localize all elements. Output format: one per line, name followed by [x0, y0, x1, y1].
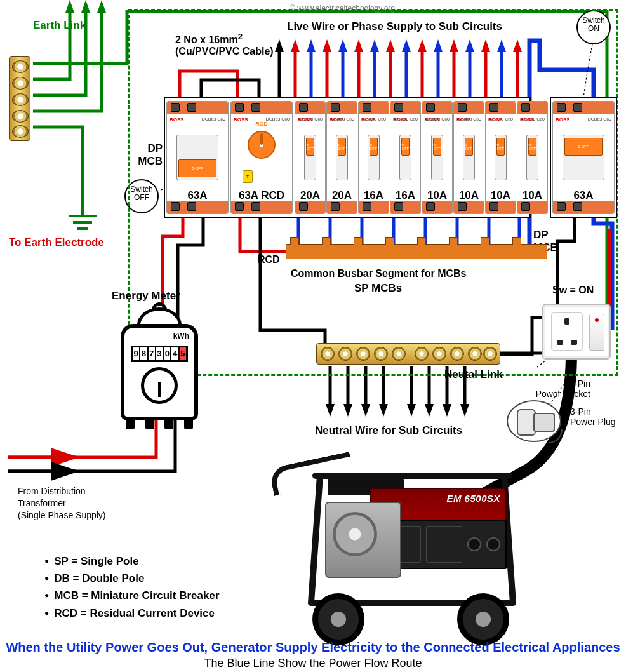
legend-item: RCD = Residual Current Device	[44, 605, 220, 622]
arrow-down-icon	[443, 404, 451, 417]
from-dist-3: (Single Phase Supply)	[18, 509, 106, 521]
earth-busbar	[9, 56, 30, 141]
label-energy-meter: Energy Meter	[112, 290, 180, 302]
arrow-down-icon	[343, 404, 352, 417]
meter-digit: 5	[180, 347, 186, 360]
generator-engine-icon	[325, 502, 401, 578]
sp-breaker: BOSSDCB63 C600-OFF20A	[295, 101, 326, 214]
label-neutral-link: Neutal Link	[444, 368, 503, 381]
sp-breaker: BOSSDCB63 C600-OFF16A	[390, 101, 421, 214]
sp-breaker: BOSSDCB63 C600-OFF10A	[485, 101, 516, 214]
label-sw-on: Sw = ON	[552, 285, 594, 296]
label-rcd: RCD	[258, 254, 280, 265]
caption-main: When the Utility Power Goes Out, Generat…	[0, 640, 626, 655]
meter-display: 9 8 7 3 0 4 5	[131, 346, 188, 362]
sp-breaker: BOSSDCB63 C600-OFF10A	[517, 101, 548, 214]
legend-item: MCB = Miniature Circuit Breaker	[44, 587, 220, 604]
label-dp-mcb-left: DP MCB	[133, 142, 163, 168]
energy-meter: kWh 9 8 7 3 0 4 5	[121, 324, 198, 420]
main-dp-mcb-breaker: BOSSDCB63 C600-OFF63A	[166, 101, 229, 214]
meter-digit: 8	[140, 347, 148, 360]
busbar-segment	[286, 244, 547, 259]
generator-model: EM 6500SX	[446, 493, 500, 504]
from-dist-2: Transformer	[18, 497, 106, 509]
wheel-icon	[312, 593, 364, 645]
generator: EM 6500SX	[290, 461, 537, 645]
arrow-down-icon	[326, 404, 335, 417]
gen-dp-mcb-breaker: BOSSDCB63 C600-OFF63A	[552, 101, 615, 214]
legend-item: DB = Double Pole	[44, 570, 220, 587]
sp-breaker: BOSSDCB63 C600-OFF16A	[358, 101, 389, 214]
sp-breaker: BOSSDCB63 C600-OFF10A	[422, 101, 453, 214]
arrow-down-icon	[361, 404, 370, 417]
from-dist-1: From Distribution	[18, 485, 106, 497]
label-busbar-segment: Common Busbar Segment for MCBs	[291, 268, 466, 279]
socket-switch	[589, 314, 604, 351]
meter-digit: 4	[171, 347, 179, 360]
meter-dial-icon	[141, 367, 178, 404]
meter-digit: 3	[156, 347, 164, 360]
label-earth-electrode: To Earth Electrode	[9, 236, 104, 249]
wheel-icon	[457, 593, 509, 645]
arrow-up-icon	[97, 0, 106, 13]
label-neutral-wire: Neutral Wire for Sub Circuits	[315, 424, 462, 437]
legend: SP = Single Pole DB = Double Pole MCB = …	[44, 553, 220, 622]
label-earth-link: Earth Link	[33, 19, 86, 32]
label-from-distribution: From Distribution Transformer (Single Ph…	[18, 485, 106, 521]
meter-unit: kWh	[173, 332, 189, 340]
arrow-up-icon	[81, 0, 90, 13]
label-socket: 3-Pin Power Socket	[521, 379, 590, 399]
arrow-up-icon	[65, 0, 74, 13]
arrow-down-icon	[379, 404, 388, 417]
arrow-down-icon	[407, 404, 416, 417]
label-plug: 3-Pin Power Plug	[570, 407, 616, 427]
neutral-link-bar	[316, 343, 500, 365]
meter-digit: 9	[133, 347, 140, 360]
arrow-down-icon	[425, 404, 434, 417]
rcd-breaker: BOSSDCB63 C60RCDT63A RCD	[230, 101, 293, 214]
caption-sub: The Blue Line Show the Power Flow Route	[0, 657, 626, 670]
power-socket-3pin	[542, 304, 611, 360]
sp-breaker: BOSSDCB63 C600-OFF10A	[453, 101, 484, 214]
arrow-down-icon	[460, 404, 469, 417]
label-sp-mcbs: SP MCBs	[354, 282, 402, 295]
sp-breaker: BOSSDCB63 C600-OFF20A	[326, 101, 357, 214]
plug-icon	[507, 400, 561, 442]
legend-item: SP = Single Pole	[44, 553, 220, 570]
meter-digit: 0	[164, 347, 171, 360]
meter-digit: 7	[149, 347, 156, 360]
